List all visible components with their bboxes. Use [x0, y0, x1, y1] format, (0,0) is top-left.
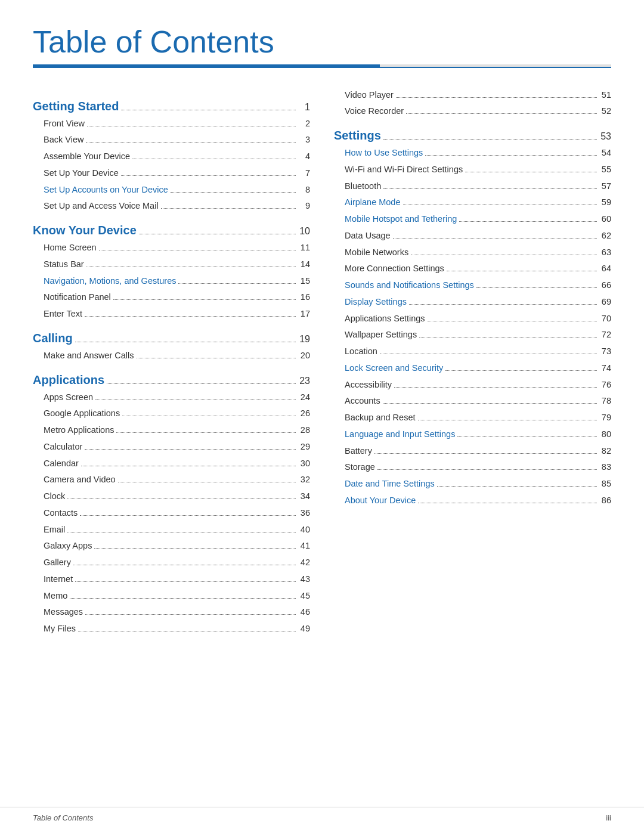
toc-page: 34: [298, 490, 310, 503]
toc-page: 8: [298, 184, 310, 197]
toc-entry: Display Settings69: [334, 296, 611, 309]
toc-text: Calculator: [44, 441, 82, 454]
toc-label: Wallpaper Settings: [345, 329, 599, 342]
toc-dots: [425, 155, 597, 156]
toc-page: 32: [298, 473, 310, 487]
toc-dots: [457, 436, 597, 437]
toc-page: 78: [599, 395, 611, 408]
toc-dots: [116, 432, 296, 433]
toc-dots: [73, 565, 296, 565]
toc-label: Camera and Video: [44, 473, 298, 487]
toc-text: About Your Device: [345, 494, 416, 507]
toc-dots: [476, 287, 597, 288]
toc-label: Back View: [44, 134, 298, 147]
toc-page: 60: [599, 213, 611, 226]
toc-page: 16: [298, 291, 310, 304]
toc-dots: [419, 337, 597, 337]
toc-entry: Messages46: [33, 606, 310, 619]
toc-page: 7: [298, 167, 310, 180]
toc-page: 10: [298, 224, 310, 239]
toc-entry: Voice Recorder52: [334, 105, 611, 118]
toc-entry: Battery82: [334, 445, 611, 458]
toc-label: Assemble Your Device: [44, 150, 298, 163]
toc-label: Enter Text: [44, 308, 298, 321]
toc-entry: Settings53: [334, 126, 611, 144]
toc-text: Make and Answer Calls: [44, 349, 134, 363]
toc-label: Mobile Hotspot and Tethering: [345, 213, 599, 226]
toc-dots: [418, 503, 597, 503]
toc-dots: [67, 498, 296, 499]
toc-page: 3: [298, 134, 310, 147]
toc-text: Set Up Your Device: [44, 167, 119, 180]
toc-page: 29: [298, 441, 310, 454]
toc-page: 55: [599, 163, 611, 176]
toc-dots: [393, 238, 597, 239]
toc-page: 51: [599, 89, 611, 102]
toc-page: 2: [298, 117, 310, 131]
toc-dots: [437, 486, 597, 487]
toc-entry: Getting Started1: [33, 97, 310, 115]
toc-label: Mobile Networks: [345, 246, 599, 259]
footer: Table of Contents iii: [0, 807, 644, 822]
toc-text: Lock Screen and Security: [345, 362, 443, 375]
toc-text: Messages: [44, 606, 83, 619]
toc-text: Accounts: [345, 395, 380, 408]
toc-entry: Contacts36: [33, 507, 310, 520]
toc-entry: Applications Settings70: [334, 312, 611, 326]
toc-label: Settings: [334, 126, 599, 144]
toc-label: Battery: [345, 445, 599, 458]
toc-label: Email: [44, 524, 298, 537]
toc-entry: Backup and Reset79: [334, 411, 611, 425]
left-column: Getting Started1Front View2Back View3Ass…: [33, 89, 310, 639]
toc-label: Applications Settings: [345, 312, 599, 326]
toc-page: 14: [298, 258, 310, 271]
toc-label: Clock: [44, 490, 298, 503]
toc-page: 63: [599, 246, 611, 259]
toc-entry: Back View3: [33, 134, 310, 147]
toc-label: Calling: [33, 329, 298, 347]
toc-text: Status Bar: [44, 258, 84, 271]
toc-label: Know Your Device: [33, 221, 298, 239]
toc-dots: [86, 142, 296, 143]
toc-text: Memo: [44, 590, 67, 603]
toc-page: 36: [298, 507, 310, 520]
toc-label: More Connection Settings: [345, 262, 599, 275]
toc-entry: Gallery42: [33, 556, 310, 569]
toc-label: Voice Recorder: [345, 105, 599, 118]
toc-entry: Set Up Your Device7: [33, 167, 310, 180]
toc-entry: Set Up and Access Voice Mail9: [33, 200, 310, 213]
toc-entry: Galaxy Apps41: [33, 540, 310, 553]
toc-label: Applications: [33, 371, 298, 389]
toc-text: Battery: [345, 445, 372, 458]
toc-dots: [113, 299, 296, 300]
toc-page: 11: [298, 241, 310, 255]
toc-entry: Memo45: [33, 590, 310, 603]
toc-dots: [107, 383, 296, 384]
toc-dots: [94, 548, 296, 549]
toc-page: 9: [298, 200, 310, 213]
toc-text: Wallpaper Settings: [345, 329, 417, 342]
toc-dots: [85, 614, 296, 615]
toc-entry: Mobile Hotspot and Tethering60: [334, 213, 611, 226]
toc-dots: [445, 370, 597, 371]
toc-label: Set Up and Access Voice Mail: [44, 200, 298, 213]
toc-entry: Mobile Networks63: [334, 246, 611, 259]
toc-page: 83: [599, 461, 611, 474]
toc-dots: [394, 387, 597, 388]
toc-dots: [78, 631, 296, 631]
toc-label: Messages: [44, 606, 298, 619]
toc-text: Know Your Device: [33, 221, 137, 239]
toc-entry: How to Use Settings54: [334, 147, 611, 160]
toc-dots: [383, 188, 597, 189]
toc-entry: Bluetooth57: [334, 180, 611, 193]
toc-dots: [132, 159, 296, 159]
toc-label: Memo: [44, 590, 298, 603]
toc-page: 74: [599, 362, 611, 375]
header-divider-thin: [33, 67, 611, 68]
toc-text: Google Applications: [44, 407, 120, 420]
toc-dots: [139, 234, 296, 234]
toc-page: 80: [599, 428, 611, 441]
toc-dots: [118, 482, 296, 482]
toc-page: 26: [298, 407, 310, 420]
toc-text: Contacts: [44, 507, 78, 520]
